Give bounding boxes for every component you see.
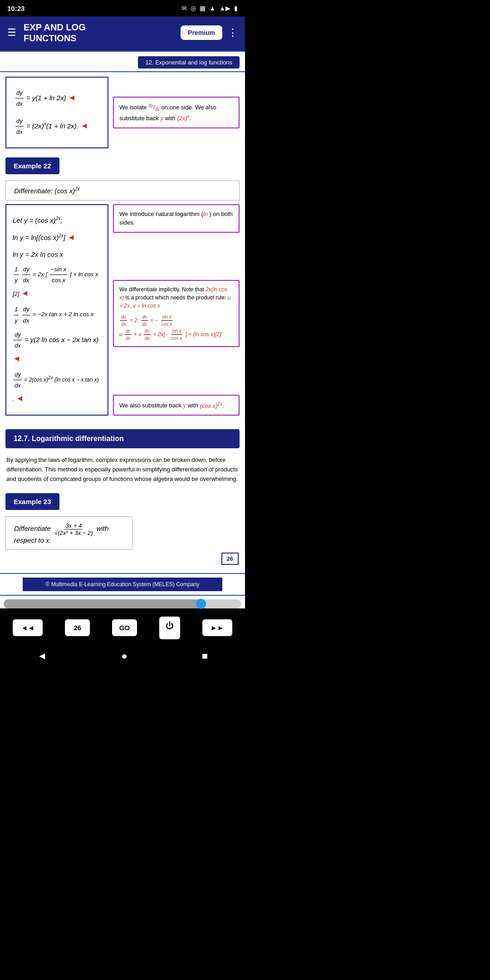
ex22-line6: dy dx = y(2 ln cos x − 2x tan x) ◄ — [13, 329, 101, 366]
example23-differentiate-text: Differentiate — [14, 524, 53, 532]
android-nav-bar: ◄ ● ■ — [0, 644, 245, 671]
bottom-navigation: ◄◄ 26 GO ⏻ ... ►► — [0, 612, 245, 644]
email-icon: ✉ — [181, 5, 187, 12]
frac-dy-dx-ex22: dy dx — [22, 264, 30, 286]
example-22-badge: Example 22 — [5, 157, 59, 174]
math-line-1: dy dx = y(1 + ln 2x) ◄ — [15, 88, 99, 109]
frac-sinx-cosx: −sin x cos x — [50, 264, 67, 286]
power-dots: ... — [167, 631, 173, 635]
go-button[interactable]: GO — [112, 619, 137, 636]
record-icon: ◎ — [191, 5, 196, 12]
clearfix: 26 — [0, 553, 245, 568]
ex22-line7: dy dx = 2(cos x)2x (ln cos x − x tan x) … — [13, 369, 101, 406]
android-recent-button[interactable]: ■ — [202, 650, 208, 662]
annotation-1-container: We isolate dy/dx on one side. We also su… — [113, 77, 240, 148]
ex22-line1: Let y = (cos x)2x; — [13, 214, 101, 226]
section-127-header: 12.7. Logarithmic differentiation — [5, 429, 240, 448]
example-23-badge: Example 23 — [5, 493, 59, 510]
bottom-stripe-thin — [0, 573, 245, 574]
fraction-dy-dx-1: dy dx — [15, 88, 24, 109]
example22-math-container: Let y = (cos x)2x; ln y = ln[(cos x)2x] … — [5, 204, 108, 416]
example22-task: Differentiate: (cos x)2x — [5, 181, 240, 201]
annotation-substitute-y: We also substitute back y with (cos x)2x… — [113, 395, 240, 416]
copyright-bar: © Multimedia E-Learning Education System… — [23, 578, 222, 591]
math-line-2: dy dx = (2x)x(1 + ln 2x). ◄ — [15, 116, 99, 137]
header-actions: Premium ⋮ — [181, 25, 238, 40]
annotation-ln: We introduce natural logarithm (ln ) on … — [113, 204, 240, 233]
forward-button[interactable]: ►► — [202, 619, 232, 636]
page-input[interactable]: 26 — [65, 619, 90, 636]
more-icon[interactable]: ⋮ — [228, 27, 238, 39]
bottom-stripe-thin-2 — [0, 595, 245, 596]
example23-fraction: 3x + 4 √(2x² + 3x − 2) — [54, 522, 93, 536]
battery-icon: ▮ — [234, 5, 238, 12]
app-title: EXP AND LOG FUNCTIONS — [24, 22, 181, 44]
chapter-badge-row: 12. Exponential and log functions — [0, 52, 245, 71]
example22-solution-section: Let y = (cos x)2x; ln y = ln[(cos x)2x] … — [5, 204, 240, 416]
spacer-1 — [0, 419, 245, 424]
annotation-box-1: We isolate dy/dx on one side. We also su… — [113, 97, 240, 128]
ex22-line2: ln y = ln[(cos x)2x] ◄ — [13, 230, 101, 245]
android-back-button[interactable]: ◄ — [37, 650, 47, 662]
top-math-box: dy dx = y(1 + ln 2x) ◄ dy dx = (2x)x(1 +… — [5, 77, 108, 148]
main-content: 12. Exponential and log functions dy dx … — [0, 49, 245, 608]
progress-thumb[interactable] — [196, 599, 206, 609]
example22-math-box: Let y = (cos x)2x; ln y = ln[(cos x)2x] … — [5, 204, 108, 416]
signal-icon: ▲▶ — [219, 5, 230, 12]
product-rule-details: du dx = 2; dv dx = − sin x cos x u — [119, 314, 233, 342]
example23-task: Differentiate 3x + 4 √(2x² + 3x − 2) wit… — [5, 516, 132, 550]
top-math-container: dy dx = y(1 + ln 2x) ◄ dy dx = (2x)x(1 +… — [5, 77, 108, 148]
android-home-button[interactable]: ● — [122, 650, 127, 662]
chapter-badge: 12. Exponential and log functions — [138, 56, 240, 69]
page-number: 26 — [221, 553, 239, 565]
example22-annotations: We introduce natural logarithm (ln ) on … — [113, 204, 240, 416]
app-header: ☰ EXP AND LOG FUNCTIONS Premium ⋮ — [0, 16, 245, 49]
arrow-right-2: ◄ — [80, 121, 88, 130]
frac-1-y: 1 y — [14, 264, 19, 286]
status-bar: 10:23 ✉ ◎ ▦ ▲ ▲▶ ▮ — [0, 0, 245, 16]
arrow-right-1: ◄ — [68, 93, 76, 102]
status-icons: ✉ ◎ ▦ ▲ ▲▶ ▮ — [181, 5, 238, 12]
spacer-2 — [0, 568, 245, 573]
top-section: dy dx = y(1 + ln 2x) ◄ dy dx = (2x)x(1 +… — [5, 77, 240, 148]
ex22-line4: 1 y dy dx = 2x [ −sin x cos x — [13, 264, 101, 300]
fraction-dy-dx-2: dy dx — [15, 116, 24, 137]
power-button[interactable]: ⏻ ... — [159, 617, 180, 639]
ex22-line3: ln y = 2x ln cos x — [13, 248, 101, 260]
progress-fill — [4, 599, 206, 608]
annotation-product-rule: We differentiate implicitly. Note that 2… — [113, 280, 240, 347]
premium-button[interactable]: Premium — [181, 25, 222, 40]
arrow-ln: ◄ — [67, 233, 75, 242]
menu-icon[interactable]: ☰ — [7, 27, 16, 39]
back-button[interactable]: ◄◄ — [13, 619, 43, 636]
wifi-icon: ▲ — [209, 5, 216, 12]
progress-bar[interactable] — [4, 599, 241, 608]
calendar-icon: ▦ — [200, 5, 206, 12]
ex22-line5: 1 y dy dx = −2x tan x + 2 ln cos x — [13, 304, 101, 326]
arrow-product: ◄ — [21, 289, 29, 298]
status-time: 10:23 — [7, 5, 24, 12]
power-icon: ⏻ — [166, 621, 174, 631]
stripe-2 — [0, 71, 245, 72]
body-text-127: By applying the laws of logarithm, compl… — [0, 452, 245, 487]
